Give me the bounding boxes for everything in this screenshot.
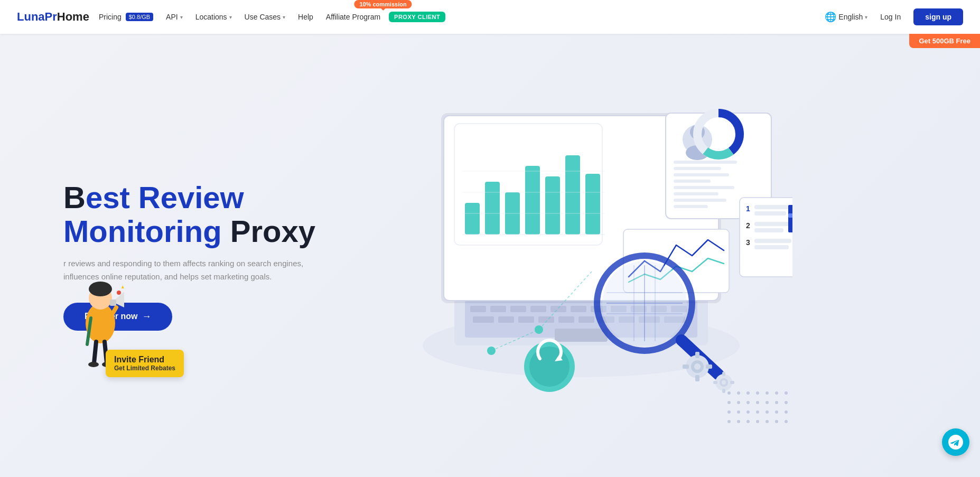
telegram-button[interactable]: [942, 428, 969, 456]
svg-point-116: [775, 391, 778, 395]
nav-api[interactable]: API ▾: [161, 10, 188, 24]
svg-point-115: [766, 391, 769, 395]
svg-point-121: [756, 401, 759, 404]
svg-rect-20: [550, 306, 566, 312]
svg-rect-57: [674, 167, 721, 170]
invite-title: Invite Friend: [114, 355, 175, 364]
nav-pricing[interactable]: Pricing $0.8/GB: [94, 10, 158, 24]
logo-home-text: Home: [57, 10, 89, 23]
svg-rect-72: [754, 222, 792, 226]
hero-left: Best Review Monitoring Proxy r reviews a…: [63, 181, 359, 331]
svg-rect-17: [490, 306, 506, 312]
svg-rect-69: [754, 205, 792, 209]
svg-point-136: [766, 420, 769, 423]
nav-locations[interactable]: Locations ▾: [190, 10, 237, 24]
svg-rect-101: [695, 375, 699, 381]
svg-rect-45: [545, 176, 560, 235]
nav-items: Pricing $0.8/GB API ▾ Locations ▾ Use Ca…: [94, 10, 825, 24]
svg-point-99: [694, 363, 701, 370]
svg-rect-47: [585, 174, 600, 235]
svg-point-112: [737, 391, 740, 395]
svg-rect-44: [525, 166, 540, 235]
svg-rect-19: [530, 306, 546, 312]
svg-rect-107: [722, 372, 725, 376]
svg-point-117: [785, 391, 788, 395]
svg-rect-41: [465, 203, 480, 235]
svg-rect-29: [518, 316, 534, 323]
svg-marker-8: [120, 284, 124, 289]
login-button[interactable]: Log In: [874, 10, 907, 24]
pricing-badge: $0.8/GB: [126, 13, 153, 21]
nav-usecases[interactable]: Use Cases ▾: [239, 10, 291, 24]
svg-point-131: [785, 410, 788, 414]
telegram-icon: [948, 435, 963, 450]
svg-point-137: [775, 420, 778, 423]
svg-point-135: [756, 420, 759, 423]
language-selector[interactable]: 🌐 English ▾: [825, 11, 867, 23]
svg-rect-56: [674, 161, 737, 164]
svg-point-11: [88, 362, 99, 367]
svg-rect-32: [578, 316, 594, 323]
nav-help[interactable]: Help: [293, 10, 319, 24]
svg-point-114: [756, 391, 759, 395]
svg-point-122: [766, 401, 769, 404]
svg-rect-6: [110, 300, 116, 306]
signup-button[interactable]: sign up: [913, 8, 963, 25]
svg-rect-108: [722, 389, 725, 393]
svg-point-129: [766, 410, 769, 414]
nav-affiliate[interactable]: Affiliate Program: [321, 10, 386, 24]
svg-rect-110: [713, 381, 717, 384]
nav-affiliate-wrap: 10% commission Affiliate Program PROXY C…: [321, 10, 445, 24]
free-banner[interactable]: Get 500GB Free: [909, 34, 980, 48]
svg-point-127: [746, 410, 750, 414]
svg-point-2: [89, 282, 112, 296]
svg-point-113: [746, 391, 750, 395]
svg-point-118: [727, 401, 731, 404]
svg-text:3: 3: [746, 238, 750, 247]
hero-title: Best Review Monitoring Proxy: [63, 181, 359, 248]
svg-rect-31: [558, 316, 574, 323]
invite-subtitle: Get Limited Rebates: [114, 364, 175, 372]
api-chevron-icon: ▾: [180, 14, 183, 20]
svg-rect-73: [754, 228, 783, 232]
svg-rect-100: [695, 352, 699, 358]
logo[interactable]: LunaPrHome: [17, 10, 89, 24]
svg-point-128: [756, 410, 759, 414]
svg-rect-16: [470, 306, 486, 312]
svg-point-133: [737, 420, 740, 423]
svg-rect-21: [571, 306, 586, 312]
svg-point-123: [775, 401, 778, 404]
svg-point-111: [727, 391, 731, 395]
svg-rect-76: [754, 245, 789, 249]
locations-chevron-icon: ▾: [229, 14, 232, 20]
svg-point-7: [117, 291, 121, 295]
svg-point-124: [785, 401, 788, 404]
svg-rect-63: [674, 205, 708, 208]
svg-rect-28: [498, 316, 514, 323]
svg-rect-58: [674, 173, 729, 176]
svg-rect-78: [788, 205, 792, 210]
svg-rect-102: [706, 364, 712, 369]
svg-rect-62: [674, 199, 726, 202]
arrow-icon: →: [142, 311, 151, 322]
svg-point-120: [746, 401, 750, 404]
svg-rect-103: [683, 364, 689, 369]
svg-point-132: [727, 420, 731, 423]
logo-luna: LunaPr: [17, 10, 57, 23]
globe-icon: 🌐: [825, 11, 836, 23]
usecases-chevron-icon: ▾: [283, 14, 285, 20]
svg-rect-109: [730, 381, 734, 384]
svg-point-134: [746, 420, 750, 423]
svg-rect-70: [754, 211, 786, 216]
svg-rect-27: [473, 316, 494, 323]
proxy-client-badge[interactable]: PROXY CLIENT: [389, 12, 445, 22]
svg-point-119: [737, 401, 740, 404]
svg-line-4: [110, 307, 116, 318]
svg-point-125: [727, 410, 731, 414]
lang-chevron-icon: ▾: [865, 14, 867, 20]
svg-text:2: 2: [746, 221, 750, 230]
svg-rect-61: [674, 192, 718, 195]
svg-point-126: [737, 410, 740, 414]
invite-friend-popup[interactable]: Invite Friend Get Limited Rebates: [106, 350, 184, 377]
svg-rect-79: [788, 213, 792, 218]
